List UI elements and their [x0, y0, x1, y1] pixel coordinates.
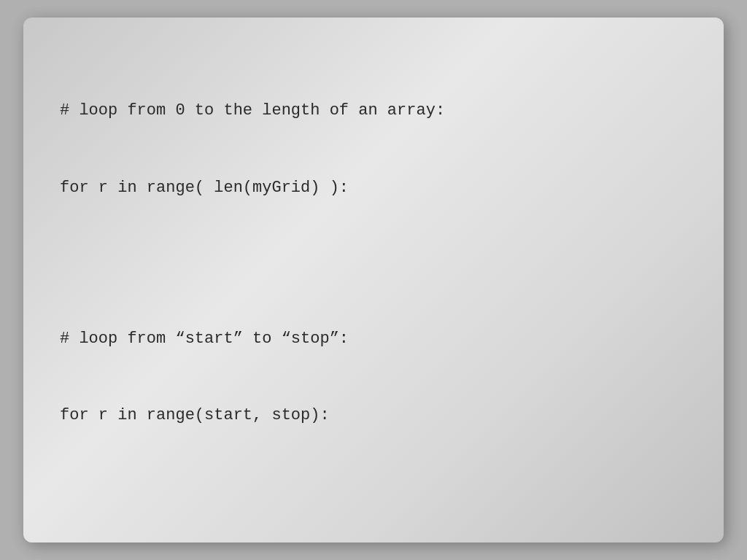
slide: # loop from 0 to the length of an array:…	[23, 18, 724, 542]
code-empty-2	[60, 480, 687, 502]
code-line-5: for r in range(start, stop):	[60, 402, 687, 428]
code-line-1: # loop from 0 to the length of an array:	[60, 98, 687, 123]
code-empty-1	[60, 252, 687, 275]
code-block: # loop from 0 to the length of an array:…	[60, 47, 687, 542]
code-line-4: # loop from “start” to “stop”:	[60, 326, 687, 351]
code-line-2: for r in range( len(myGrid) ):	[60, 175, 687, 201]
code-section: # loop from 0 to the length of an array:…	[23, 18, 724, 542]
